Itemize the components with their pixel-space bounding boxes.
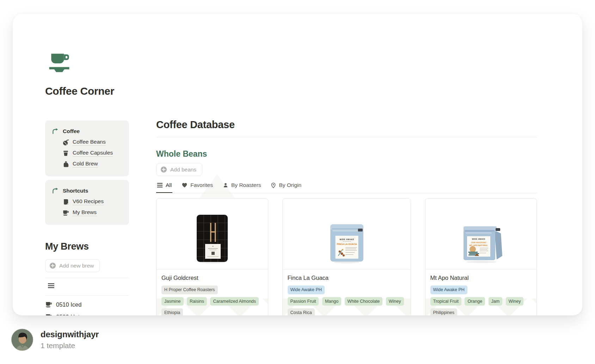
flavor-tag-row: Tropical Fruit Orange Jam Winey <box>430 297 532 307</box>
coffee-bag-blue: WIDE AWAKE FINCA LA GUACA <box>327 220 366 264</box>
divider <box>45 278 129 278</box>
card-body: Guji Goldcrest H Proper Coffee Roasters … <box>157 270 268 315</box>
link-coffee-beans[interactable]: Coffee Beans <box>73 139 106 146</box>
curved-arrow-icon <box>51 187 59 194</box>
coffee-mug-icon <box>45 313 52 315</box>
recipe-book-icon <box>62 199 69 205</box>
tab-all[interactable]: All <box>156 181 172 193</box>
creator-template-count: 1 template <box>41 341 99 350</box>
link-my-brews[interactable]: My Brews <box>73 209 97 216</box>
plus-circle-icon <box>160 166 167 173</box>
brew-entry-0509[interactable]: 0509 Hot <box>45 313 129 315</box>
section-header-shortcuts: Shortcuts <box>51 187 125 194</box>
creator-name[interactable]: designwithjayr <box>41 330 99 339</box>
creator-footer: designwithjayr 1 template <box>11 328 99 351</box>
tab-by-origin[interactable]: By Origin <box>270 181 302 193</box>
section-title: Whole Beans <box>156 149 537 159</box>
brew-entry-0510[interactable]: 0510 Iced <box>45 301 129 308</box>
page-title: Coffee Database <box>156 119 537 131</box>
roaster-tag: Wide Awake PH <box>288 285 325 294</box>
plus-circle-icon <box>49 262 56 269</box>
tab-label: By Roasters <box>231 182 261 188</box>
view-tabs: All Favorites By Roasters <box>156 181 537 193</box>
sidebar-item-coffee-beans[interactable]: Coffee Beans <box>62 139 125 146</box>
flavor-tag: Mango <box>322 297 341 306</box>
bean-card-finca-la-guaca[interactable]: WIDE AWAKE FINCA LA GUACA <box>282 198 411 315</box>
flavor-tag: Raisins <box>187 297 207 306</box>
main-content: Coffee Database Whole Beans Add beans Al… <box>156 119 537 315</box>
add-beans-button[interactable]: Add beans <box>156 163 202 176</box>
coffee-capsule-icon <box>62 150 69 157</box>
tab-favorites[interactable]: Favorites <box>181 181 214 193</box>
flavor-tag: White Chocolate <box>345 297 383 306</box>
origin-tag: Philippines <box>430 308 457 315</box>
bean-card-guji-goldcrest[interactable]: H Guji Goldcrest H Proper Coffee Roaster… <box>156 198 268 315</box>
avatar[interactable] <box>11 328 33 351</box>
brew-entry-label: 0509 Hot <box>56 314 80 316</box>
bean-title: Finca La Guaca <box>288 275 406 281</box>
add-new-brew-label: Add new brew <box>59 263 94 269</box>
bean-card-mt-apo-natural[interactable]: WIDE AWAKE 12HR ANAEROBIC MT. APO NATURA… <box>425 198 537 315</box>
section-header-coffee: Coffee <box>51 127 125 135</box>
tab-label: Favorites <box>190 182 213 188</box>
link-v60-recipes[interactable]: V60 Recipes <box>73 198 104 205</box>
list-icon <box>157 183 163 188</box>
flavor-tag: Jasmine <box>161 297 184 306</box>
workspace-logo <box>47 52 129 76</box>
tab-by-roasters[interactable]: By Roasters <box>222 181 262 193</box>
flavor-tag: Orange <box>465 297 485 306</box>
coffee-bean-icon <box>62 139 69 146</box>
sidebar-section-shortcuts: Shortcuts V60 Recipes My Brews <box>45 180 129 225</box>
coffee-cup-icon <box>47 52 73 75</box>
brew-entry-label: 0510 Iced <box>56 301 81 308</box>
divider <box>45 295 129 296</box>
product-photo: WIDE AWAKE FINCA LA GUACA <box>283 199 411 270</box>
section-title: Shortcuts <box>63 188 88 194</box>
tab-label: All <box>166 182 172 188</box>
sidebar-item-v60-recipes[interactable]: V60 Recipes <box>62 198 125 205</box>
coffee-bag-black: H <box>195 214 230 264</box>
add-beans-label: Add beans <box>170 167 196 173</box>
flavor-tag-row: Passion Fruit Mango White Chocolate Wine… <box>288 297 406 307</box>
sidebar-item-coffee-capsules[interactable]: Coffee Capsules <box>62 150 125 157</box>
flavor-tag: Tropical Fruit <box>430 297 461 306</box>
bag-letter: H <box>212 245 213 247</box>
origin-tag: Ethiopia <box>161 308 183 315</box>
add-new-brew-button[interactable]: Add new brew <box>45 259 100 272</box>
product-photo: H <box>157 199 268 270</box>
creator-info: designwithjayr 1 template <box>41 330 99 350</box>
curved-arrow-icon <box>51 127 59 135</box>
origin-tag: Costa Rica <box>288 308 315 315</box>
tab-label: By Origin <box>279 182 301 188</box>
origin-tag-row: Costa Rica <box>288 308 406 315</box>
flavor-tag-row: Jasmine Raisins Caramelized Almonds <box>161 297 263 307</box>
sidebar-item-cold-brew[interactable]: Cold Brew <box>62 161 125 168</box>
sidebar-section-coffee: Coffee Coffee Beans Coffee Capsules <box>45 120 129 176</box>
product-photo: WIDE AWAKE 12HR ANAEROBIC MT. APO NATURA… <box>425 199 537 270</box>
origin-tag-row: Ethiopia <box>161 308 263 315</box>
workspace-title: Coffee Corner <box>45 85 129 97</box>
flavor-tag: Winey <box>506 297 524 306</box>
flavor-tag: Jam <box>489 297 503 306</box>
drag-handle-icon[interactable] <box>48 283 55 290</box>
card-body: Finca La Guaca Wide Awake PH Passion Fru… <box>283 270 411 315</box>
cold-brew-bottle-icon <box>62 161 69 168</box>
roaster-tag-row: Wide Awake PH <box>430 285 532 296</box>
template-preview-card: Coffee Corner Coffee Coffee Beans <box>13 14 582 315</box>
link-cold-brew[interactable]: Cold Brew <box>73 161 98 168</box>
link-coffee-capsules[interactable]: Coffee Capsules <box>73 150 113 157</box>
bean-title: Mt Apo Natural <box>430 275 532 281</box>
roaster-tag: Wide Awake PH <box>430 285 467 294</box>
heart-icon <box>182 182 188 188</box>
bag-line1: 12HR ANAEROBIC <box>471 241 487 244</box>
bag-name: FINCA LA GUACA <box>337 243 357 245</box>
coffee-mug-icon <box>45 301 52 308</box>
divider <box>156 137 537 137</box>
beans-gallery: H Guji Goldcrest H Proper Coffee Roaster… <box>156 198 537 315</box>
sidebar-item-my-brews[interactable]: My Brews <box>62 209 125 216</box>
bag-brand: WIDE AWAKE <box>472 238 485 240</box>
origin-tag-row: Philippines <box>430 308 532 315</box>
sidebar: Coffee Corner Coffee Coffee Beans <box>45 52 129 315</box>
my-brews-heading: My Brews <box>45 241 129 252</box>
flavor-tag: Caramelized Almonds <box>210 297 259 306</box>
